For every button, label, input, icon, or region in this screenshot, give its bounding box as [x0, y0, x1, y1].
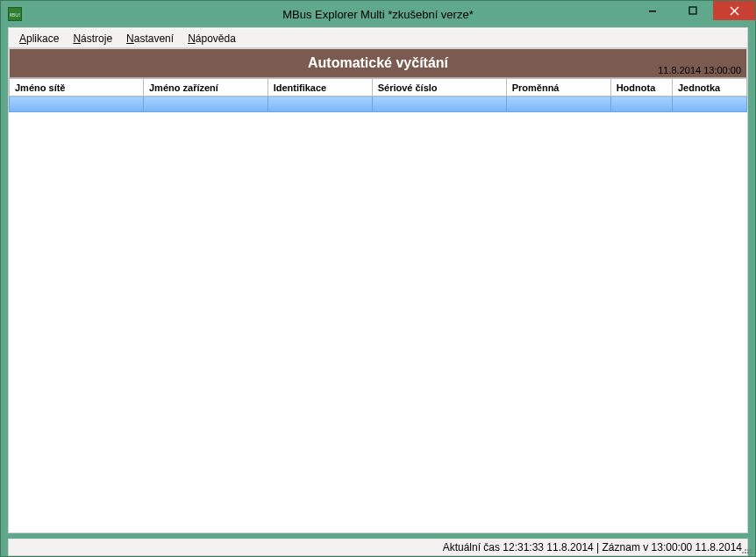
- col-promenna[interactable]: Proměnná: [506, 79, 610, 96]
- banner-timestamp: 11.8.2014 13:00:00: [658, 65, 741, 75]
- menu-napoveda[interactable]: Nápověda: [181, 31, 243, 46]
- menu-nastroje[interactable]: Nástroje: [66, 31, 119, 46]
- titlebar: MBUS MBus Explorer Multi *zkušební verze…: [1, 1, 755, 27]
- content-area: Automatické vyčítání 11.8.2014 13:00:00 …: [8, 48, 748, 533]
- window-controls: [632, 1, 755, 20]
- col-hodnota[interactable]: Hodnota: [610, 79, 672, 96]
- data-grid[interactable]: Jméno sítě Jméno zařízení Identifikace S…: [9, 78, 747, 112]
- app-icon: MBUS: [8, 7, 22, 21]
- cell[interactable]: [672, 96, 746, 112]
- col-jmeno-site[interactable]: Jméno sítě: [10, 79, 144, 96]
- svg-rect-2: [649, 11, 656, 12]
- menu-nastaveni[interactable]: Nastavení: [119, 31, 181, 46]
- col-seriove-cislo[interactable]: Sériové číslo: [372, 79, 506, 96]
- minimize-button[interactable]: [632, 1, 673, 20]
- svg-point-10: [745, 549, 746, 551]
- banner: Automatické vyčítání 11.8.2014 13:00:00: [9, 48, 747, 78]
- close-button[interactable]: [713, 1, 755, 20]
- svg-point-11: [747, 549, 749, 551]
- col-identifikace[interactable]: Identifikace: [267, 79, 372, 96]
- svg-point-7: [745, 552, 746, 553]
- table-header-row: Jméno sítě Jméno zařízení Identifikace S…: [10, 79, 747, 96]
- svg-rect-3: [689, 7, 696, 14]
- resize-grip[interactable]: [741, 547, 753, 554]
- menubar: Aplikace Nástroje Nastavení Nápověda: [9, 28, 747, 47]
- svg-text:MBUS: MBUS: [10, 12, 20, 18]
- cell[interactable]: [506, 96, 610, 112]
- table-row[interactable]: [10, 96, 747, 112]
- svg-point-9: [750, 552, 752, 553]
- cell[interactable]: [10, 96, 144, 112]
- table-area: Jméno sítě Jméno zařízení Identifikace S…: [9, 78, 747, 532]
- cell[interactable]: [267, 96, 372, 112]
- col-jednotka[interactable]: Jednotka: [672, 79, 746, 96]
- cell[interactable]: [144, 96, 268, 112]
- col-jmeno-zarizeni[interactable]: Jméno zařízení: [144, 79, 268, 96]
- banner-title: Automatické vyčítání: [308, 55, 448, 71]
- statusbar: Aktuální čas 12:31:33 11.8.2014 | Záznam…: [8, 539, 748, 556]
- status-text: Aktuální čas 12:31:33 11.8.2014 | Záznam…: [443, 541, 742, 553]
- maximize-button[interactable]: [673, 1, 713, 20]
- cell[interactable]: [372, 96, 506, 112]
- app-window: MBUS MBus Explorer Multi *zkušební verze…: [0, 0, 756, 557]
- svg-point-6: [742, 552, 744, 553]
- svg-point-12: [750, 549, 752, 551]
- cell[interactable]: [610, 96, 672, 112]
- menubar-container: Aplikace Nástroje Nastavení Nápověda: [8, 27, 748, 48]
- svg-point-8: [747, 552, 749, 553]
- menu-aplikace[interactable]: Aplikace: [12, 31, 66, 46]
